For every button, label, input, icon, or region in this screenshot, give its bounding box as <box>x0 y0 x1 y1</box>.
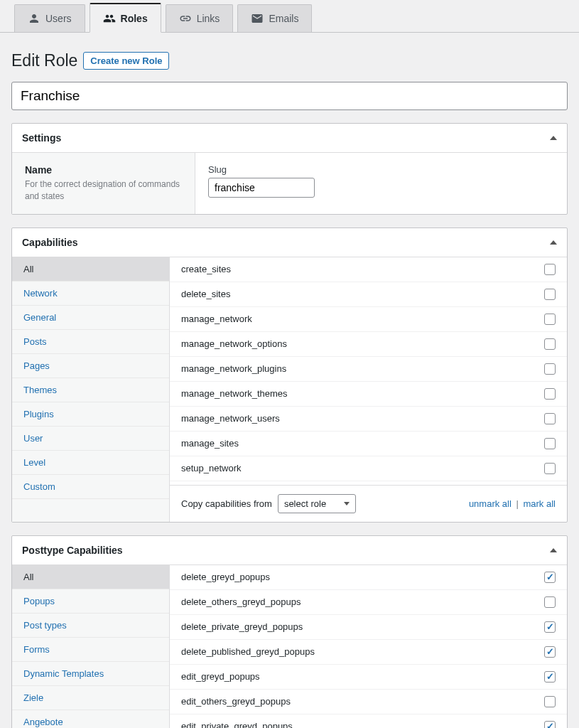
users-icon <box>103 12 116 25</box>
create-role-button[interactable]: Create new Role <box>83 52 169 70</box>
cap-side-item-themes[interactable]: Themes <box>12 378 169 402</box>
name-label: Name <box>25 164 182 176</box>
capability-checkbox[interactable] <box>544 596 556 608</box>
posttype-side-item-ziele[interactable]: Ziele <box>12 686 169 710</box>
posttype-row: edit_private_greyd_popups <box>170 714 567 728</box>
posttype-side-item-popups[interactable]: Popups <box>12 589 169 614</box>
tab-label: Emails <box>269 13 298 24</box>
caret-up-icon <box>550 136 557 140</box>
capability-label: setup_network <box>181 463 242 473</box>
capability-row: manage_network_plugins <box>170 357 567 382</box>
capability-label: delete_published_greyd_popups <box>181 646 315 657</box>
posttype-side-item-dynamic-templates[interactable]: Dynamic Templates <box>12 662 169 686</box>
capability-label: delete_private_greyd_popups <box>181 621 303 632</box>
capability-checkbox[interactable] <box>544 289 556 300</box>
capability-label: manage_network_options <box>181 338 287 349</box>
capability-checkbox[interactable] <box>544 314 556 325</box>
capability-label: manage_network_plugins <box>181 363 286 374</box>
posttype-row: delete_others_greyd_popups <box>170 590 567 615</box>
mark-all-link[interactable]: mark all <box>523 498 556 509</box>
capability-row: manage_network_themes <box>170 382 567 407</box>
user-icon <box>28 12 40 25</box>
panel-title: Capabilities <box>22 237 78 248</box>
slug-input[interactable] <box>208 178 315 198</box>
cap-side-item-pages[interactable]: Pages <box>12 354 169 378</box>
posttype-side-item-post-types[interactable]: Post types <box>12 614 169 638</box>
capability-label: manage_sites <box>181 438 239 449</box>
capability-label: edit_private_greyd_popups <box>181 721 293 728</box>
capability-checkbox[interactable] <box>544 264 556 275</box>
select-value: select role <box>284 498 326 509</box>
slug-label: Slug <box>208 164 554 175</box>
chevron-down-icon <box>344 502 350 505</box>
capability-checkbox[interactable] <box>544 363 556 375</box>
posttype-row: edit_others_greyd_popups <box>170 690 567 714</box>
name-desc: For the correct designation of commands … <box>25 178 182 203</box>
cap-side-item-custom[interactable]: Custom <box>12 475 169 499</box>
capability-label: edit_others_greyd_popups <box>181 696 291 707</box>
capability-checkbox[interactable] <box>544 572 556 583</box>
capability-checkbox[interactable] <box>544 696 556 707</box>
caret-up-icon <box>550 548 557 552</box>
role-name-input[interactable] <box>11 82 568 110</box>
settings-name-block: Name For the correct designation of comm… <box>12 153 195 214</box>
capability-label: manage_network <box>181 314 252 324</box>
capability-checkbox[interactable] <box>544 338 556 350</box>
cap-side-item-level[interactable]: Level <box>12 451 169 475</box>
mail-icon <box>251 12 264 25</box>
posttype-side-item-angebote[interactable]: Angebote <box>12 710 169 728</box>
posttype-row: delete_private_greyd_popups <box>170 615 567 640</box>
capabilities-sidebar: AllNetworkGeneralPostsPagesThemesPlugins… <box>12 257 170 522</box>
posttype-row: edit_greyd_popups <box>170 665 567 690</box>
capability-checkbox[interactable] <box>544 438 556 449</box>
panel-title: Posttype Capabilities <box>22 545 123 556</box>
capability-label: edit_greyd_popups <box>181 671 260 682</box>
capability-label: manage_network_users <box>181 413 280 424</box>
capability-checkbox[interactable] <box>544 671 556 682</box>
page-title: Edit Role <box>11 51 77 70</box>
link-icon <box>179 12 192 25</box>
capabilities-header[interactable]: Capabilities <box>12 228 567 257</box>
posttype-side-item-all[interactable]: All <box>12 565 169 589</box>
tab-links[interactable]: Links <box>166 4 234 32</box>
copy-label: Copy capabilities from <box>181 498 272 509</box>
settings-panel: Settings Name For the correct designatio… <box>11 123 568 215</box>
tab-label: Links <box>197 13 220 24</box>
cap-side-item-plugins[interactable]: Plugins <box>12 402 169 427</box>
capability-label: delete_greyd_popups <box>181 572 270 582</box>
cap-side-item-network[interactable]: Network <box>12 282 169 306</box>
settings-header[interactable]: Settings <box>12 124 567 153</box>
tab-label: Roles <box>121 13 148 24</box>
capability-row: delete_sites <box>170 282 567 307</box>
cap-side-item-all[interactable]: All <box>12 257 169 282</box>
tab-users[interactable]: Users <box>14 4 85 32</box>
copy-role-select[interactable]: select role <box>278 494 356 513</box>
capability-checkbox[interactable] <box>544 388 556 400</box>
capability-checkbox[interactable] <box>544 463 556 474</box>
capability-checkbox[interactable] <box>544 721 556 728</box>
tab-roles[interactable]: Roles <box>90 3 161 33</box>
posttype-header[interactable]: Posttype Capabilities <box>12 536 567 565</box>
cap-side-item-user[interactable]: User <box>12 427 169 451</box>
capability-checkbox[interactable] <box>544 646 556 658</box>
capability-label: delete_sites <box>181 289 230 299</box>
cap-side-item-general[interactable]: General <box>12 306 169 330</box>
capability-label: delete_others_greyd_popups <box>181 596 301 607</box>
posttype-side-item-forms[interactable]: Forms <box>12 638 169 662</box>
capability-label: create_sites <box>181 264 231 274</box>
tab-bar: Users Roles Links Emails <box>0 0 579 33</box>
capability-row: manage_sites <box>170 432 567 456</box>
capabilities-panel: Capabilities AllNetworkGeneralPostsPages… <box>11 228 568 523</box>
capability-row: create_sites <box>170 257 567 282</box>
cap-side-item-posts[interactable]: Posts <box>12 330 169 354</box>
tab-emails[interactable]: Emails <box>237 4 312 32</box>
unmark-all-link[interactable]: unmark all <box>469 498 512 509</box>
capability-label: manage_network_themes <box>181 388 288 399</box>
caret-up-icon <box>550 240 557 245</box>
tab-label: Users <box>45 13 72 24</box>
capability-checkbox[interactable] <box>544 621 556 633</box>
capability-checkbox[interactable] <box>544 413 556 424</box>
capability-row: manage_network <box>170 307 567 332</box>
capability-row: manage_network_options <box>170 332 567 357</box>
capability-row: setup_network <box>170 456 567 481</box>
